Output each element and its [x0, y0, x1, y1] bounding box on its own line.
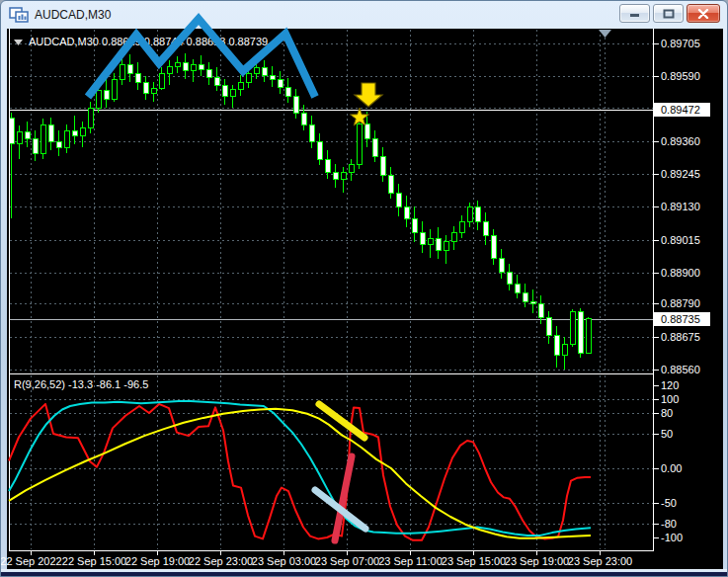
- price-label: 0.89130: [661, 201, 700, 212]
- bear-candle: [364, 124, 369, 138]
- bear-candle: [72, 130, 77, 135]
- bull-candle: [230, 89, 235, 96]
- bull-candle: [459, 221, 464, 232]
- time-axis: 22 Sep 202222 Sep 15:0022 Sep 19:0022 Se…: [1, 551, 632, 567]
- bear-candle: [301, 113, 306, 124]
- time-label: 23 Sep 19:00: [505, 555, 569, 567]
- bull-candle: [467, 206, 472, 221]
- bear-candle: [33, 138, 38, 153]
- time-label: 23 Sep 15:00: [442, 555, 506, 567]
- indicator-scale-label: 100: [661, 393, 679, 405]
- bear-candle: [554, 335, 559, 355]
- price-label-highlighted: 0.89472: [661, 104, 700, 116]
- bull-candle: [444, 241, 448, 250]
- bear-candle: [293, 96, 298, 113]
- bear-candle: [538, 303, 543, 317]
- bear-candle: [436, 238, 441, 250]
- indicator-scale-label: -50: [661, 497, 677, 509]
- bull-candle: [451, 232, 456, 241]
- bull-candle: [246, 73, 251, 82]
- bear-candle: [48, 124, 53, 141]
- bear-candle: [127, 64, 132, 73]
- bear-candle: [309, 124, 314, 141]
- bull-candle: [17, 131, 22, 143]
- bull-candle: [64, 130, 69, 147]
- bear-candle: [214, 77, 219, 85]
- bear-candle: [199, 64, 203, 69]
- price-label: 0.89590: [661, 70, 700, 82]
- bear-candle: [104, 90, 109, 99]
- bull-candle: [120, 64, 124, 79]
- indicator-scale-label: 0.00: [661, 462, 682, 474]
- bull-candle: [238, 82, 243, 89]
- bear-candle: [325, 159, 330, 172]
- bear-candle: [183, 62, 188, 70]
- price-label: 0.89245: [661, 168, 700, 180]
- bear-candle: [143, 82, 148, 93]
- bull-candle: [428, 238, 433, 244]
- price-label-highlighted: 0.88735: [661, 313, 700, 325]
- bear-candle: [317, 141, 322, 159]
- window-bottom-edge: [1, 572, 727, 576]
- bull-candle: [570, 311, 575, 344]
- bear-candle: [412, 218, 417, 232]
- bear-candle: [523, 292, 527, 301]
- price-label: 0.88560: [661, 364, 700, 375]
- time-label: 22 Sep 19:00: [125, 555, 190, 567]
- ohlc-info-label: AUDCAD,M30 0.88619 0.88744 0.88618 0.887…: [29, 36, 268, 47]
- bull-candle: [159, 73, 164, 88]
- bear-candle: [475, 206, 480, 221]
- bear-candle: [404, 206, 409, 218]
- bear-candle: [278, 79, 283, 87]
- symbol-collapse-icon[interactable]: [14, 40, 23, 45]
- price-label: 0.88675: [661, 331, 700, 343]
- price-label: 0.89015: [661, 234, 700, 246]
- bear-candle: [420, 232, 425, 244]
- bear-candle: [25, 131, 30, 138]
- bear-candle: [578, 311, 583, 353]
- bull-candle: [151, 88, 156, 93]
- window-bottom-frame: [1, 569, 727, 576]
- bear-candle: [388, 175, 393, 193]
- bear-candle: [222, 85, 227, 96]
- bear-candle: [483, 221, 488, 235]
- indicator-line-fast: [9, 404, 591, 540]
- time-label: 23 Sep 07:00: [315, 555, 379, 567]
- bear-candle: [396, 193, 401, 206]
- bear-candle: [499, 258, 504, 272]
- bear-candle: [507, 272, 512, 284]
- chart-window: AUDCAD,M30 0.897050.895900.894720.893600…: [0, 0, 728, 577]
- bull-candle: [175, 62, 180, 66]
- indicator-scale-label: 50: [661, 428, 673, 440]
- indicator-scale-label: -80: [661, 518, 677, 530]
- indicator-scale-label: 80: [661, 407, 673, 419]
- bull-candle: [191, 64, 196, 70]
- bull-candle: [112, 79, 117, 99]
- bull-candle: [349, 164, 354, 172]
- bull-candle: [167, 66, 172, 73]
- bear-candle: [206, 69, 211, 77]
- candlesticks: [9, 53, 591, 370]
- bear-candle: [333, 172, 338, 179]
- price-label: 0.88790: [661, 297, 700, 309]
- bull-candle: [341, 172, 346, 179]
- bull-candle: [562, 344, 567, 355]
- bear-candle: [262, 67, 267, 75]
- bear-candle: [270, 75, 275, 79]
- time-label: 23 Sep 23:00: [568, 555, 632, 567]
- bear-candle: [380, 156, 385, 175]
- bear-candle: [135, 73, 140, 82]
- indicator-scale-label: -100: [661, 532, 683, 543]
- price-axis: 0.897050.895900.894720.893600.892450.891…: [654, 38, 710, 543]
- time-label: 22 Sep 23:00: [189, 555, 253, 567]
- indicator-line-medium: [9, 401, 591, 536]
- bear-candle: [285, 87, 290, 96]
- indicator-name-label: R(9,26,52) -13.3 -86.1 -96.5: [14, 378, 148, 390]
- time-label: 22 Sep 15:00: [62, 555, 126, 567]
- bear-candle: [515, 284, 520, 292]
- indicator-scale-label: 120: [661, 379, 679, 391]
- bull-candle: [40, 124, 45, 153]
- time-label: 22 Sep 2022: [1, 555, 62, 567]
- price-chart-canvas[interactable]: 0.897050.895900.894720.893600.892450.891…: [1, 1, 728, 577]
- bear-candle: [491, 235, 496, 258]
